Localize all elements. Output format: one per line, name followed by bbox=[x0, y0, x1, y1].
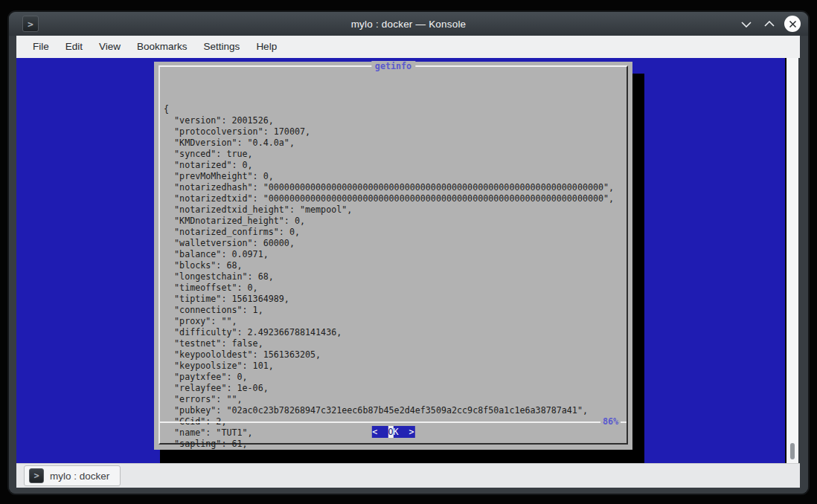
menu-bar: FileEditViewBookmarksSettingsHelp bbox=[16, 36, 800, 58]
terminal-text-line: "prevMoMheight": 0, bbox=[164, 171, 614, 182]
terminal-text-line: "notarized": 0, bbox=[164, 160, 614, 171]
maximize-button[interactable] bbox=[761, 16, 778, 32]
getinfo-dialog: getinfo { "version": 2001526, "protocolv… bbox=[154, 62, 632, 450]
menu-item[interactable]: Help bbox=[248, 36, 285, 58]
title-bar[interactable]: > mylo : docker — Konsole bbox=[9, 12, 808, 36]
terminal-text-line: "connections": 1, bbox=[164, 305, 614, 316]
terminal-text-line: "pubkey": "02ac0c23b78268947c321eec6b87b… bbox=[164, 405, 614, 416]
terminal-text-line: "tiptime": 1561364989, bbox=[164, 294, 614, 305]
window-title: mylo : docker — Konsole bbox=[9, 19, 808, 30]
terminal-text-line: "notarizedtxid": "0000000000000000000000… bbox=[164, 193, 614, 204]
terminal-text-line: "balance": 0.0971, bbox=[164, 249, 614, 260]
dialog-shadow-right bbox=[632, 74, 644, 463]
tab-mylo-docker[interactable]: > mylo : docker bbox=[24, 465, 121, 486]
ok-button[interactable]: < OK > bbox=[371, 426, 414, 438]
terminal-text-line: "walletversion": 60000, bbox=[164, 238, 614, 249]
dialog-separator bbox=[160, 421, 627, 423]
menu-item[interactable]: Settings bbox=[196, 36, 249, 58]
terminal-text-line: "notarized_confirms": 0, bbox=[164, 227, 614, 238]
terminal-area: getinfo { "version": 2001526, "protocolv… bbox=[16, 58, 800, 463]
scroll-percent-indicator: 86% bbox=[600, 416, 621, 427]
terminal-text-line: "synced": true, bbox=[164, 149, 614, 160]
text-cursor: O bbox=[388, 426, 393, 438]
window-bottom-frame bbox=[9, 488, 808, 494]
terminal-text-line: "timeoffset": 0, bbox=[164, 282, 614, 294]
dialog-title: getinfo bbox=[371, 61, 415, 72]
menu-item[interactable]: Edit bbox=[57, 36, 91, 58]
terminal-scrollbar[interactable] bbox=[786, 58, 798, 463]
ok-button-suffix: > bbox=[399, 426, 414, 438]
terminal-text-line: "keypoolsize": 101, bbox=[164, 361, 614, 372]
terminal-tab-icon: > bbox=[29, 468, 44, 483]
window-controls bbox=[738, 12, 801, 36]
terminal-text-line: "version": 2001526, bbox=[164, 115, 614, 126]
scrollbar-thumb[interactable] bbox=[790, 443, 795, 459]
terminal-text-line: "testnet": false, bbox=[164, 338, 614, 349]
terminal-text-line: { bbox=[164, 104, 614, 115]
close-button[interactable] bbox=[784, 16, 801, 32]
terminal-text-line: "errors": "", bbox=[164, 394, 614, 405]
close-icon bbox=[789, 20, 797, 28]
terminal-text-line: "longestchain": 68, bbox=[164, 271, 614, 282]
terminal-text-line: "KMDversion": "0.4.0a", bbox=[164, 138, 614, 149]
menu-item[interactable]: View bbox=[91, 36, 129, 58]
konsole-app-icon: > bbox=[22, 16, 39, 32]
terminal-text-line: "notarizedtxid_height": "mempool", bbox=[164, 204, 614, 216]
dialog-shadow-bottom bbox=[160, 450, 644, 463]
dialog-json-output: { "version": 2001526, "protocolversion":… bbox=[164, 71, 614, 450]
terminal-text-line: "blocks": 68, bbox=[164, 260, 614, 271]
menu-item[interactable]: File bbox=[25, 36, 57, 58]
terminal-text-line: "notarizedhash": "0000000000000000000000… bbox=[164, 182, 614, 193]
ok-button-label: K bbox=[394, 426, 399, 438]
terminal-text-line: "paytxfee": 0, bbox=[164, 372, 614, 383]
tab-label: mylo : docker bbox=[50, 471, 109, 482]
terminal-text-line: "sapling": 61, bbox=[164, 439, 614, 450]
tab-bar: > mylo : docker bbox=[16, 463, 800, 488]
menu-item[interactable]: Bookmarks bbox=[129, 36, 196, 58]
terminal-text-line: "relayfee": 1e-06, bbox=[164, 383, 614, 394]
terminal-text-line: "protocolversion": 170007, bbox=[164, 126, 614, 138]
terminal-text-line: "keypoololdest": 1561363205, bbox=[164, 349, 614, 361]
chevron-up-icon bbox=[764, 21, 775, 28]
chevron-down-icon bbox=[741, 21, 752, 28]
ok-button-prefix: < bbox=[372, 426, 388, 438]
terminal-screen[interactable]: getinfo { "version": 2001526, "protocolv… bbox=[16, 58, 786, 463]
terminal-text-line: "proxy": "", bbox=[164, 316, 614, 327]
terminal-text-line: "difficulty": 2.492366788141436, bbox=[164, 327, 614, 338]
minimize-button[interactable] bbox=[738, 16, 754, 32]
terminal-text-line: "KMDnotarized_height": 0, bbox=[164, 216, 614, 227]
konsole-window: > mylo : docker — Konsole FileEditViewBo bbox=[9, 12, 808, 494]
